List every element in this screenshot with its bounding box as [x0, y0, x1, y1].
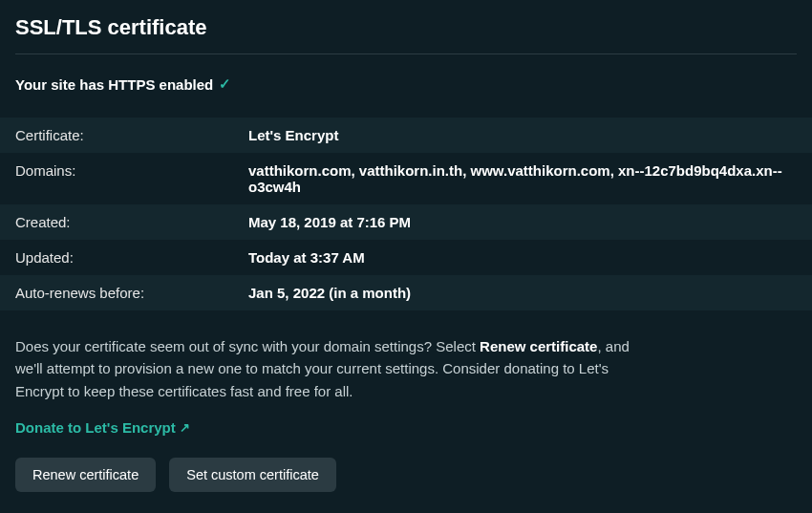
cert-value: vatthikorn.com, vatthikorn.in.th, www.va… — [233, 153, 812, 204]
table-row: Updated: Today at 3:37 AM — [0, 240, 812, 275]
table-row: Auto-renews before: Jan 5, 2022 (in a mo… — [0, 275, 812, 310]
donate-link-label: Donate to Let's Encrypt — [15, 419, 176, 436]
cert-label: Auto-renews before: — [0, 275, 233, 310]
check-icon: ✓ — [219, 75, 231, 93]
set-custom-certificate-button[interactable]: Set custom certificate — [169, 458, 336, 492]
cert-value: May 18, 2019 at 7:16 PM — [233, 204, 812, 240]
https-status-text: Your site has HTTPS enabled — [15, 76, 213, 93]
help-text-bold: Renew certificate — [480, 338, 597, 354]
help-text-pre: Does your certificate seem out of sync w… — [15, 338, 480, 354]
table-row: Certificate: Let's Encrypt — [0, 118, 812, 153]
table-row: Created: May 18, 2019 at 7:16 PM — [0, 204, 812, 240]
cert-label: Created: — [0, 204, 233, 240]
renew-certificate-button[interactable]: Renew certificate — [15, 458, 156, 492]
page-title: SSL/TLS certificate — [15, 15, 797, 54]
cert-value: Let's Encrypt — [233, 118, 812, 153]
https-status: Your site has HTTPS enabled ✓ — [15, 75, 797, 93]
cert-label: Updated: — [0, 240, 233, 275]
cert-value: Today at 3:37 AM — [233, 240, 812, 275]
certificate-info-table: Certificate: Let's Encrypt Domains: vatt… — [0, 118, 812, 310]
donate-link[interactable]: Donate to Let's Encrypt ↗ — [15, 419, 190, 436]
external-link-icon: ↗ — [180, 420, 190, 435]
help-text: Does your certificate seem out of sync w… — [15, 335, 646, 402]
actions-row: Renew certificate Set custom certificate — [15, 458, 797, 492]
cert-label: Domains: — [0, 153, 233, 204]
cert-label: Certificate: — [0, 118, 233, 153]
table-row: Domains: vatthikorn.com, vatthikorn.in.t… — [0, 153, 812, 204]
cert-value: Jan 5, 2022 (in a month) — [233, 275, 812, 310]
